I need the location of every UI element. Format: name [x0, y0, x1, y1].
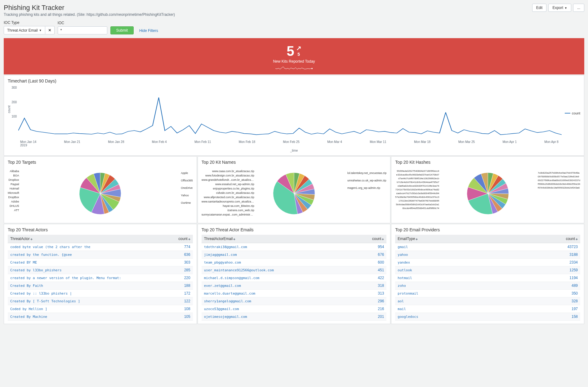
column-header[interactable]: EmailType◆ — [395, 235, 559, 243]
cell-link[interactable]: yandex — [398, 260, 410, 265]
line-chart[interactable] — [18, 86, 562, 136]
count-link[interactable]: 350 — [572, 291, 578, 296]
cell-link[interactable]: ever.zet@gmail.com — [204, 284, 241, 288]
count-link[interactable]: 303 — [184, 260, 190, 265]
cell-link[interactable]: googledocs — [398, 315, 418, 319]
count-link[interactable]: 285 — [184, 268, 190, 272]
count-link[interactable]: 636 — [184, 252, 190, 257]
pie-label[interactable]: e33dcad8cd5c9603efa037ba414706d7 — [395, 173, 439, 176]
pie-label[interactable]: BOA — [8, 174, 19, 177]
pie-label[interactable]: 0bcde4ff94ef5588451deff9ff6fc74 — [395, 207, 439, 210]
cell-link[interactable]: michael.d.simpson@gmail.com — [204, 276, 260, 280]
cell-link[interactable]: ojetimesoje@gmail.com — [204, 315, 247, 319]
submit-button[interactable]: Submit — [110, 26, 134, 34]
pie-label[interactable]: c0af6a82c6bce82b00f701419fe3ea74 — [395, 185, 439, 187]
pie-label[interactable]: hayat-sa.com_Bitwize.zip — [202, 204, 254, 207]
count-link[interactable]: 201 — [378, 314, 384, 319]
pie-label[interactable]: Office365 — [181, 179, 193, 182]
count-link[interactable]: 1194 — [569, 276, 578, 280]
pie-label[interactable]: www.grandehotellondr...com.br_atualizaca… — [202, 178, 254, 181]
pie-label[interactable]: umrahwise.co.uk_wp-admin.zip — [347, 179, 386, 182]
pie-label[interactable]: magen1.org_wp-admin.zip — [347, 186, 386, 189]
cell-link[interactable]: created by the function. {@see — [10, 253, 72, 257]
pie-label[interactable]: 9926fada32627540804e671865f6ecc4 — [395, 170, 439, 172]
pie-label[interactable]: f5906c2b8fd096deb8c9eb48bb55be34 — [538, 183, 580, 185]
count-link[interactable]: 158 — [572, 314, 578, 319]
pie-label[interactable]: 17013bb3506f7475af397f87bb88895 — [395, 199, 439, 202]
count-link[interactable]: 422 — [378, 276, 384, 280]
cell-link[interactable]: protonmail — [398, 291, 418, 296]
count-link[interactable]: 172 — [184, 291, 190, 296]
pie-label[interactable]: Microsoft — [8, 191, 19, 194]
count-link[interactable]: 188 — [184, 283, 190, 288]
count-link[interactable]: 2334 — [569, 260, 578, 265]
column-header[interactable]: count◆ — [559, 235, 580, 243]
pie-label[interactable]: Apple — [181, 171, 193, 175]
more-button[interactable]: ... — [573, 4, 584, 12]
cell-link[interactable]: Coded by Hellion ] — [10, 307, 47, 311]
cell-link[interactable]: created by a newer version of the plugin… — [10, 276, 121, 280]
cell-link[interactable]: user_maintanance912566@outlook.com — [204, 268, 274, 272]
count-link[interactable]: 43723 — [568, 245, 578, 249]
count-link[interactable]: 3188 — [569, 252, 578, 257]
count-link[interactable]: 216 — [378, 307, 384, 311]
pie-label[interactable]: Hotmail — [8, 187, 19, 190]
export-button[interactable]: Export▼ — [548, 4, 571, 12]
count-link[interactable]: 1259 — [569, 268, 578, 272]
cell-link[interactable]: mail — [398, 307, 406, 311]
pie-label[interactable]: Paypal — [8, 183, 19, 186]
cell-link[interactable]: hotmail — [398, 276, 412, 280]
cell-link[interactable]: Created BY ME — [10, 260, 37, 265]
cell-link[interactable]: team_pbg@yahoo.com — [204, 260, 241, 265]
pie-label[interactable]: lol.talentskey.net_encuestas.zip — [347, 171, 386, 175]
pie-label[interactable]: cidvale.com.br_atualizacao.zip — [202, 191, 254, 194]
pie-label[interactable]: www.santaritadeouropreto.com_atualizacao… — [202, 200, 254, 203]
pie-label[interactable]: Dropbox — [8, 178, 19, 181]
cell-link[interactable]: zoho — [398, 284, 406, 288]
count-link[interactable]: 197 — [572, 307, 578, 311]
pie-label[interactable]: 7c8b820a257b06fcfce9ad7bb979bf8a — [538, 171, 580, 174]
pie-chart[interactable] — [272, 172, 316, 215]
count-link[interactable]: 451 — [378, 268, 384, 272]
cell-link[interactable]: coded byte value (the 2 chars after the — [10, 245, 90, 249]
edit-button[interactable]: Edit — [532, 4, 547, 12]
cell-link[interactable]: aol — [398, 299, 404, 303]
column-header[interactable]: count◆ — [365, 235, 386, 243]
count-link[interactable]: 328 — [572, 299, 578, 303]
hide-filters-link[interactable]: Hide Filters — [137, 27, 161, 34]
count-link[interactable]: 313 — [378, 291, 384, 296]
pie-label[interactable]: 69227f98fced8a68c61699e63924337d — [538, 179, 580, 182]
pie-label[interactable]: www.fotodesign.com.br_atualizacao.zip — [202, 174, 254, 177]
pie-label[interactable]: izatrans.com_web.zip — [202, 209, 254, 212]
cell-link[interactable]: tdothraki38@gmail.com — [204, 245, 247, 249]
cell-link[interactable]: outlook — [398, 268, 412, 272]
pie-label[interactable]: DropBox — [8, 196, 19, 199]
pie-label[interactable]: OneDrive — [181, 186, 193, 189]
pie-label[interactable]: Adobe — [8, 200, 19, 203]
count-link[interactable]: 318 — [378, 283, 384, 288]
pie-label[interactable]: caebce47b27d50cb3e8e8004f5944d94 — [395, 192, 439, 195]
ioc-input[interactable] — [58, 26, 107, 34]
cell-link[interactable]: Created by :: l33bo phishers | — [10, 291, 72, 296]
legend[interactable]: count — [565, 111, 580, 115]
pie-label[interactable]: enjoyproperties.co.ke_plugins.zip — [202, 187, 254, 190]
pie-label[interactable]: 7241b75b53d1602e99dbce989ca74a82 — [395, 188, 439, 191]
pie-label[interactable]: Ourtime — [181, 201, 193, 204]
pie-label[interactable]: ATT — [8, 209, 19, 212]
pie-label[interactable]: 09780f06b5d058d577e5ae21ffe81fe9 — [538, 175, 580, 178]
cell-link[interactable]: Created By Machine — [10, 315, 47, 319]
pie-chart[interactable] — [78, 172, 122, 215]
count-link[interactable]: 676 — [378, 252, 384, 257]
cell-link[interactable]: Created By Faith — [10, 284, 43, 288]
count-link[interactable]: 122 — [184, 299, 190, 303]
pie-label[interactable]: d7a44d7cbff9789f534e106298f62ecb — [395, 177, 439, 180]
pie-label[interactable]: 57a38e8a7649956be40dbb4961e97ec3 — [395, 196, 439, 198]
cell-link[interactable]: gmail — [398, 245, 408, 249]
pie-label[interactable]: www.allprotected.com.br_atualizacao.zip — [202, 196, 254, 199]
column-header[interactable]: ThreatActor◆ — [8, 235, 171, 243]
pie-label[interactable]: Yahoo — [181, 194, 193, 197]
pie-label[interactable]: Alibaba — [8, 170, 19, 173]
pie-label[interactable]: b7c9e4e6d78b41db9c43fd4ea4f785e7 — [395, 181, 439, 184]
column-header[interactable]: count◆ — [171, 235, 193, 243]
cell-link[interactable]: Created By [ T-Soft Technologies ] — [10, 299, 80, 303]
